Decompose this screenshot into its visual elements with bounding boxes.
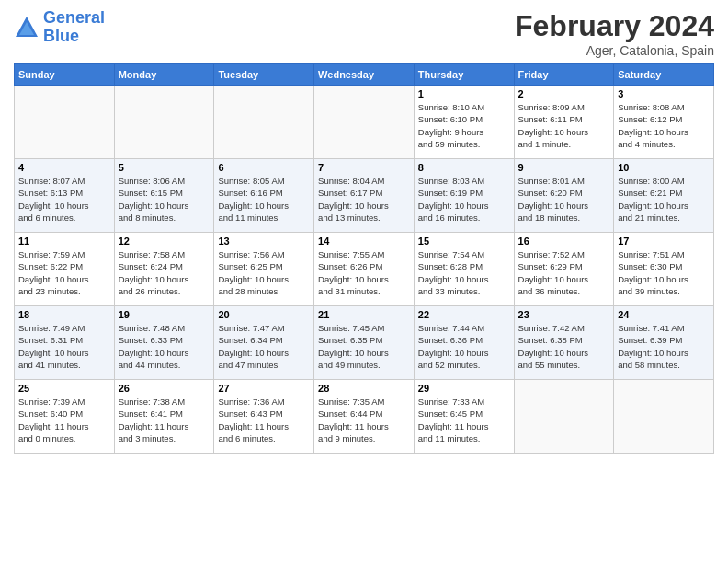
day-number: 5 [119, 162, 210, 173]
day-number: 9 [518, 162, 610, 173]
day-info: Sunrise: 7:39 AMSunset: 6:40 PMDaylight:… [18, 396, 110, 444]
calendar-day-cell [314, 86, 415, 159]
calendar-day-cell: 26Sunrise: 7:38 AMSunset: 6:41 PMDayligh… [114, 380, 214, 454]
calendar-day-cell: 10Sunrise: 8:00 AMSunset: 6:21 PMDayligh… [614, 159, 714, 233]
day-number: 17 [618, 236, 710, 247]
title-block: February 2024 Ager, Catalonia, Spain [515, 9, 714, 58]
calendar-day-cell: 5Sunrise: 8:06 AMSunset: 6:15 PMDaylight… [114, 159, 214, 233]
day-info: Sunrise: 7:54 AMSunset: 6:28 PMDaylight:… [418, 248, 510, 297]
day-info: Sunrise: 7:47 AMSunset: 6:34 PMDaylight:… [218, 322, 310, 371]
day-info: Sunrise: 7:44 AMSunset: 6:36 PMDaylight:… [418, 322, 510, 371]
day-number: 24 [618, 309, 710, 320]
day-info: Sunrise: 8:07 AMSunset: 6:13 PMDaylight:… [18, 175, 110, 224]
calendar-table: SundayMondayTuesdayWednesdayThursdayFrid… [14, 63, 714, 454]
day-number: 12 [119, 236, 210, 247]
day-info: Sunrise: 7:42 AMSunset: 6:38 PMDaylight:… [518, 322, 610, 371]
day-number: 22 [418, 309, 510, 320]
day-info: Sunrise: 7:33 AMSunset: 6:45 PMDaylight:… [418, 396, 510, 444]
day-number: 28 [318, 383, 410, 394]
header-day: Saturday [614, 64, 714, 86]
calendar-day-cell: 14Sunrise: 7:55 AMSunset: 6:26 PMDayligh… [314, 233, 415, 306]
location-title: Ager, Catalonia, Spain [515, 43, 714, 58]
day-number: 2 [518, 88, 610, 99]
calendar-day-cell: 12Sunrise: 7:58 AMSunset: 6:24 PMDayligh… [114, 233, 214, 306]
logo-line1: General [43, 8, 105, 27]
calendar-day-cell: 11Sunrise: 7:59 AMSunset: 6:22 PMDayligh… [15, 233, 115, 306]
header-day: Sunday [15, 64, 115, 86]
calendar-day-cell: 9Sunrise: 8:01 AMSunset: 6:20 PMDaylight… [514, 159, 614, 233]
day-info: Sunrise: 7:55 AMSunset: 6:26 PMDaylight:… [318, 248, 410, 297]
calendar-week-row: 4Sunrise: 8:07 AMSunset: 6:13 PMDaylight… [15, 159, 714, 233]
day-info: Sunrise: 8:00 AMSunset: 6:21 PMDaylight:… [618, 175, 710, 224]
header: General Blue February 2024 Ager, Catalon… [14, 9, 714, 58]
day-info: Sunrise: 7:59 AMSunset: 6:22 PMDaylight:… [18, 248, 110, 297]
header-day: Thursday [414, 64, 514, 86]
calendar-week-row: 11Sunrise: 7:59 AMSunset: 6:22 PMDayligh… [15, 233, 714, 306]
calendar-day-cell: 22Sunrise: 7:44 AMSunset: 6:36 PMDayligh… [414, 306, 514, 380]
day-info: Sunrise: 8:03 AMSunset: 6:19 PMDaylight:… [418, 175, 510, 224]
day-number: 29 [418, 383, 510, 394]
day-number: 13 [218, 236, 310, 247]
day-number: 23 [518, 309, 610, 320]
calendar-day-cell: 17Sunrise: 7:51 AMSunset: 6:30 PMDayligh… [614, 233, 714, 306]
logo-line2: Blue [43, 27, 79, 45]
logo-text: General Blue [43, 9, 105, 46]
calendar-day-cell: 7Sunrise: 8:04 AMSunset: 6:17 PMDaylight… [314, 159, 415, 233]
header-day: Monday [114, 64, 214, 86]
calendar-day-cell: 13Sunrise: 7:56 AMSunset: 6:25 PMDayligh… [214, 233, 314, 306]
page: General Blue February 2024 Ager, Catalon… [0, 0, 728, 463]
calendar-day-cell: 20Sunrise: 7:47 AMSunset: 6:34 PMDayligh… [214, 306, 314, 380]
calendar-day-cell: 1Sunrise: 8:10 AMSunset: 6:10 PMDaylight… [414, 86, 514, 159]
calendar-week-row: 25Sunrise: 7:39 AMSunset: 6:40 PMDayligh… [15, 380, 714, 454]
day-info: Sunrise: 7:48 AMSunset: 6:33 PMDaylight:… [119, 322, 210, 371]
calendar-day-cell [114, 86, 214, 159]
day-info: Sunrise: 8:08 AMSunset: 6:12 PMDaylight:… [618, 101, 710, 150]
calendar-day-cell [15, 86, 115, 159]
calendar-day-cell: 25Sunrise: 7:39 AMSunset: 6:40 PMDayligh… [15, 380, 115, 454]
header-day: Wednesday [314, 64, 415, 86]
header-day: Friday [514, 64, 614, 86]
logo-icon [14, 15, 40, 40]
calendar-day-cell: 2Sunrise: 8:09 AMSunset: 6:11 PMDaylight… [514, 86, 614, 159]
calendar-day-cell: 29Sunrise: 7:33 AMSunset: 6:45 PMDayligh… [414, 380, 514, 454]
day-number: 6 [218, 162, 310, 173]
day-info: Sunrise: 8:05 AMSunset: 6:16 PMDaylight:… [218, 175, 310, 224]
calendar-day-cell: 21Sunrise: 7:45 AMSunset: 6:35 PMDayligh… [314, 306, 415, 380]
day-number: 16 [518, 236, 610, 247]
calendar-day-cell: 4Sunrise: 8:07 AMSunset: 6:13 PMDaylight… [15, 159, 115, 233]
day-number: 27 [218, 383, 310, 394]
day-number: 4 [18, 162, 110, 173]
day-info: Sunrise: 8:06 AMSunset: 6:15 PMDaylight:… [119, 175, 210, 224]
day-number: 25 [18, 383, 110, 394]
day-number: 15 [418, 236, 510, 247]
logo: General Blue [14, 9, 105, 46]
day-number: 21 [318, 309, 410, 320]
day-info: Sunrise: 7:35 AMSunset: 6:44 PMDaylight:… [318, 396, 410, 444]
calendar-day-cell: 19Sunrise: 7:48 AMSunset: 6:33 PMDayligh… [114, 306, 214, 380]
calendar-day-cell: 16Sunrise: 7:52 AMSunset: 6:29 PMDayligh… [514, 233, 614, 306]
calendar-day-cell: 23Sunrise: 7:42 AMSunset: 6:38 PMDayligh… [514, 306, 614, 380]
header-day: Tuesday [214, 64, 314, 86]
day-info: Sunrise: 8:01 AMSunset: 6:20 PMDaylight:… [518, 175, 610, 224]
calendar-day-cell [214, 86, 314, 159]
day-info: Sunrise: 7:45 AMSunset: 6:35 PMDaylight:… [318, 322, 410, 371]
day-number: 18 [18, 309, 110, 320]
day-number: 20 [218, 309, 310, 320]
day-info: Sunrise: 7:41 AMSunset: 6:39 PMDaylight:… [618, 322, 710, 371]
calendar-day-cell: 3Sunrise: 8:08 AMSunset: 6:12 PMDaylight… [614, 86, 714, 159]
calendar-day-cell: 18Sunrise: 7:49 AMSunset: 6:31 PMDayligh… [15, 306, 115, 380]
day-info: Sunrise: 7:38 AMSunset: 6:41 PMDaylight:… [119, 396, 210, 444]
day-info: Sunrise: 7:51 AMSunset: 6:30 PMDaylight:… [618, 248, 710, 297]
day-number: 8 [418, 162, 510, 173]
day-number: 11 [18, 236, 110, 247]
calendar-week-row: 1Sunrise: 8:10 AMSunset: 6:10 PMDaylight… [15, 86, 714, 159]
day-info: Sunrise: 7:36 AMSunset: 6:43 PMDaylight:… [218, 396, 310, 444]
day-number: 19 [119, 309, 210, 320]
calendar-week-row: 18Sunrise: 7:49 AMSunset: 6:31 PMDayligh… [15, 306, 714, 380]
calendar-day-cell: 8Sunrise: 8:03 AMSunset: 6:19 PMDaylight… [414, 159, 514, 233]
day-number: 26 [119, 383, 210, 394]
calendar-day-cell [614, 380, 714, 454]
day-info: Sunrise: 7:49 AMSunset: 6:31 PMDaylight:… [18, 322, 110, 371]
day-number: 10 [618, 162, 710, 173]
calendar-day-cell: 15Sunrise: 7:54 AMSunset: 6:28 PMDayligh… [414, 233, 514, 306]
